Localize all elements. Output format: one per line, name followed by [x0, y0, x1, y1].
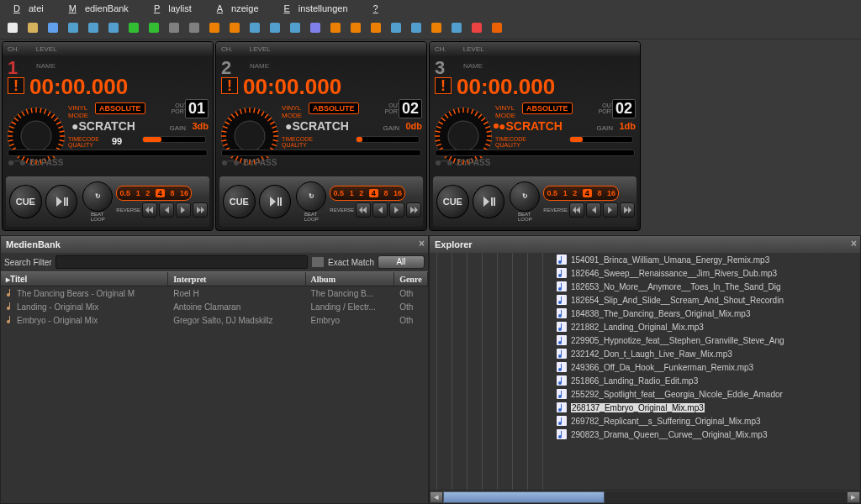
refresh-icon[interactable]: [124, 18, 143, 37]
beatloop-button[interactable]: ↻: [82, 181, 113, 212]
close-icon[interactable]: ×: [419, 238, 425, 249]
file-new-icon[interactable]: [3, 18, 22, 37]
col-genre[interactable]: Genre: [394, 272, 428, 286]
play-green-icon[interactable]: [145, 18, 163, 37]
list-item[interactable]: 221882_Landing_Original_Mix.mp3: [554, 320, 860, 333]
list-item[interactable]: 268137_Embryo_Original_Mix.mp3: [554, 401, 860, 414]
list-item[interactable]: 269782_Replicant__s_Suffering_Original_M…: [554, 414, 860, 428]
next-button[interactable]: [176, 202, 191, 218]
menu-datei[interactable]: Datei: [5, 2, 61, 15]
gain-meter: [142, 136, 206, 143]
skip-back-button[interactable]: [356, 202, 371, 218]
beatloop-button[interactable]: ↻: [296, 181, 326, 212]
cue-button[interactable]: CUE: [436, 185, 469, 218]
wand-icon[interactable]: [306, 18, 325, 37]
list-item[interactable]: 290823_Drama_Queen__Curwe__Original_Mix.…: [554, 428, 860, 441]
globe-blue-icon[interactable]: [407, 18, 425, 37]
absolute-button[interactable]: ABSOLUTE: [309, 102, 359, 114]
list-item[interactable]: 232142_Don_t_Laugh_Live_Raw_Mix.mp3: [554, 347, 860, 360]
col-titel[interactable]: ▸ Titel: [1, 272, 168, 286]
globe-wave-icon[interactable]: [387, 18, 405, 37]
skip-fwd-button[interactable]: [620, 202, 635, 218]
list-item[interactable]: 184838_The_Dancing_Bears_Original_Mix.mp…: [554, 307, 860, 320]
folder-open-icon[interactable]: [24, 18, 42, 37]
list-item[interactable]: 182646_Sweep__Renaissance__Jim_Rivers_Du…: [554, 266, 860, 280]
list2-icon[interactable]: [225, 18, 244, 37]
table-row[interactable]: Embryo - Original MixGregor Salto, DJ Ma…: [1, 313, 428, 327]
skip-fwd-button[interactable]: [406, 202, 421, 218]
prev-button[interactable]: [372, 202, 388, 218]
menu-anzeige[interactable]: Anzeige: [209, 2, 276, 15]
wave-icon[interactable]: [326, 18, 345, 37]
band-icon[interactable]: [346, 18, 365, 37]
svg-rect-195: [561, 417, 562, 423]
search-input[interactable]: [55, 255, 308, 269]
audio-file-icon: [556, 307, 568, 319]
col-interpret[interactable]: Interpret: [168, 272, 305, 286]
fire-icon[interactable]: [488, 18, 506, 37]
x-icon[interactable]: [467, 18, 486, 37]
bypass-label[interactable]: BYPASS: [221, 158, 277, 167]
list-item[interactable]: 249366_Off_Da_Hook__Funkerman_Remix.mp3: [554, 360, 860, 374]
menu-playlist[interactable]: Playlist: [145, 2, 209, 15]
bypass-label[interactable]: BYPASS: [8, 158, 63, 167]
menu-einstellungen[interactable]: Einstellungen: [276, 2, 365, 15]
search-icon[interactable]: [44, 18, 62, 37]
list-item[interactable]: 251866_Landing_Radio_Edit.mp3: [554, 374, 860, 387]
scroll-track[interactable]: [443, 491, 847, 503]
cue-button[interactable]: CUE: [9, 185, 42, 218]
list-item[interactable]: 154091_Brinca_William_Umana_Energy_Remix…: [554, 253, 860, 266]
globe-orange-icon[interactable]: [367, 18, 385, 37]
absolute-button[interactable]: ABSOLUTE: [522, 102, 573, 114]
list1-icon[interactable]: [205, 18, 224, 37]
scroll-right-icon[interactable]: ▸: [847, 491, 860, 503]
close-icon[interactable]: ×: [851, 238, 857, 249]
svg-rect-108: [280, 197, 282, 206]
exact-match-checkbox[interactable]: [311, 256, 325, 268]
grid-icon[interactable]: [266, 18, 284, 37]
skip-back-button[interactable]: [569, 202, 584, 218]
play-pause-button[interactable]: [259, 185, 292, 218]
scroll-left-icon[interactable]: ◂: [430, 491, 443, 503]
next-button[interactable]: [603, 202, 618, 218]
out-port-value[interactable]: 01: [185, 99, 209, 118]
beatloop-button[interactable]: ↻: [510, 181, 540, 212]
table-row[interactable]: Landing - Original MixAntoine ClamaranLa…: [1, 300, 428, 313]
col-album[interactable]: Album: [306, 272, 395, 286]
rate-strip[interactable]: 0.5124816: [543, 186, 619, 201]
pie-icon[interactable]: [427, 18, 446, 37]
menu-medienbank[interactable]: MedienBank: [61, 2, 145, 15]
svg-line-145: [436, 140, 441, 141]
absolute-button[interactable]: ABSOLUTE: [95, 102, 145, 114]
list-item[interactable]: 182654_Slip_And_Slide__Scream_And_Shout_…: [554, 293, 860, 307]
prev-button[interactable]: [586, 202, 601, 218]
menu-help[interactable]: ?: [365, 2, 387, 15]
list-item[interactable]: 182653_No_More__Anymore__Toes_In_The_San…: [554, 280, 860, 293]
rate-strip[interactable]: 0.5124816: [330, 186, 405, 201]
horizontal-scrollbar[interactable]: ◂ ▸: [430, 490, 860, 503]
bypass-label[interactable]: BYPASS: [435, 158, 490, 167]
filter-all-dropdown[interactable]: All: [378, 255, 425, 269]
prev-button[interactable]: [159, 202, 174, 218]
skip-fwd-button[interactable]: [193, 202, 208, 218]
list3-icon[interactable]: [246, 18, 264, 37]
skip2-icon[interactable]: [185, 18, 203, 37]
play-pause-button[interactable]: [473, 185, 505, 218]
play-pause-button[interactable]: [45, 185, 78, 218]
rate-strip[interactable]: 0.5124816: [116, 186, 192, 201]
cue-button[interactable]: CUE: [223, 185, 256, 218]
table-row[interactable]: The Dancing Bears - Original MRoel HThe …: [1, 286, 428, 300]
list4-icon[interactable]: [286, 18, 304, 37]
skip-back-button[interactable]: [142, 202, 157, 218]
list-item[interactable]: 255292_Spotlight_feat__Georgia_Nicole_Ed…: [554, 387, 860, 401]
skip-icon[interactable]: [165, 18, 183, 37]
stop-icon[interactable]: [84, 18, 103, 37]
next-button[interactable]: [389, 202, 404, 218]
out-port-value[interactable]: 02: [399, 99, 422, 118]
disc-icon[interactable]: [64, 18, 82, 37]
scroll-thumb[interactable]: [443, 491, 605, 503]
globe-icon[interactable]: [447, 18, 466, 37]
out-port-value[interactable]: 02: [612, 99, 636, 118]
pause-icon[interactable]: [104, 18, 123, 37]
list-item[interactable]: 229905_Hypnotize_feat__Stephen_Granville…: [554, 333, 860, 347]
